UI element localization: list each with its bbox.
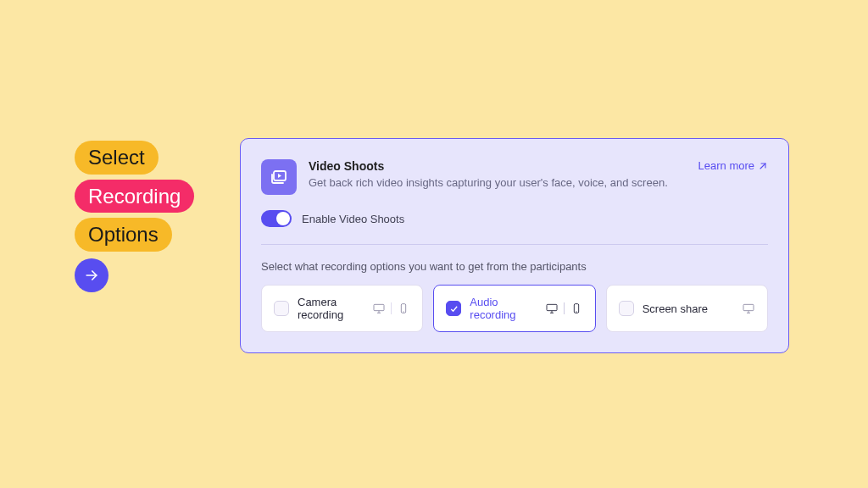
option-camera-recording[interactable]: Camera recording [261,285,423,332]
external-link-icon [758,161,768,171]
divider [261,244,768,245]
option-label: Screen share [643,302,733,315]
pill-select: Select [75,141,159,175]
recording-options-label: Select what recording options you want t… [261,260,768,273]
mobile-icon [397,302,410,314]
checkbox-audio[interactable] [446,301,461,316]
desktop-icon [545,302,559,314]
mobile-icon [570,302,583,314]
enable-video-shoots-toggle[interactable] [261,210,292,227]
svg-rect-14 [743,304,754,310]
option-screen-share[interactable]: Screen share [606,285,768,332]
header-text: Video Shoots Get back rich video insight… [309,159,668,189]
option-audio-recording[interactable]: Audio recording [433,285,595,332]
desktop-icon [742,302,755,314]
arrow-circle-icon [75,258,108,292]
learn-more-link[interactable]: Learn more [698,159,768,172]
video-shoots-icon [261,159,297,195]
desktop-icon [372,302,386,314]
svg-line-3 [760,164,765,169]
check-icon [449,304,459,313]
card-title: Video Shoots [309,159,668,173]
video-shoots-card: Video Shoots Get back rich video insight… [240,138,789,353]
enable-toggle-row: Enable Video Shoots [261,210,768,227]
recording-options-row: Camera recording Audio recording Screen … [261,285,768,332]
device-icons [372,302,410,314]
device-icons [545,302,583,314]
checkbox-screen[interactable] [619,301,634,316]
svg-rect-4 [374,304,384,310]
checkbox-camera[interactable] [274,301,289,316]
svg-marker-2 [278,174,281,178]
card-header: Video Shoots Get back rich video insight… [261,159,768,195]
device-icons [742,302,755,314]
pill-recording: Recording [75,180,194,214]
decorative-pills: Select Recording Options [75,141,194,292]
learn-more-label: Learn more [698,159,754,172]
svg-rect-9 [547,304,557,310]
option-label: Camera recording [298,296,364,321]
card-description: Get back rich video insights capturing y… [309,176,668,189]
pill-options: Options [75,218,172,252]
enable-toggle-label: Enable Video Shoots [302,213,404,225]
option-label: Audio recording [470,296,536,321]
